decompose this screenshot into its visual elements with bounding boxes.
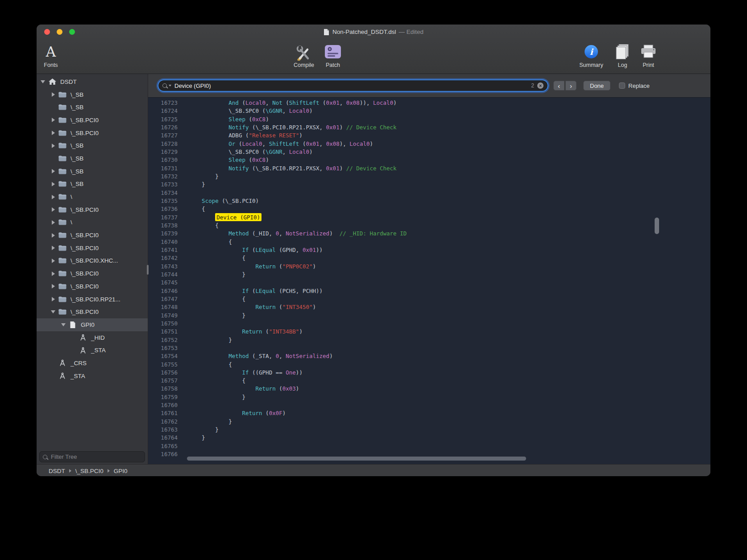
- search-field[interactable]: Device (GPI0) 2 ×: [158, 80, 548, 91]
- fonts-button[interactable]: A Fonts: [37, 42, 65, 68]
- tree-item-label: GPI0: [81, 321, 95, 328]
- close-button[interactable]: [44, 29, 50, 35]
- match-count: 2: [531, 82, 534, 89]
- tree-item[interactable]: \_SB: [37, 165, 148, 178]
- tree-item[interactable]: \_SB.PCI0: [37, 242, 148, 255]
- folder-icon: [58, 130, 67, 136]
- zoom-button[interactable]: [69, 29, 75, 35]
- folder-icon: [58, 219, 67, 226]
- line-number: 16730: [148, 156, 178, 164]
- clear-search-icon[interactable]: ×: [537, 82, 544, 89]
- disclosure-closed-icon[interactable]: [50, 207, 57, 212]
- line-number: 16734: [148, 189, 178, 197]
- tree-item[interactable]: \_SB.PCI0: [37, 229, 148, 242]
- line-number: 16744: [148, 271, 178, 279]
- code-line: 16746 If (LEqual (PCHS, PCHH)): [148, 287, 710, 295]
- tree-item[interactable]: \: [37, 190, 148, 203]
- tree-item[interactable]: \_SB.PCI0.RP21...: [37, 293, 148, 306]
- replace-checkbox[interactable]: [619, 82, 625, 89]
- tree-item[interactable]: \_SB.PCI0: [37, 127, 148, 140]
- tree-item[interactable]: \_SB.PCI0: [37, 305, 148, 318]
- tree-item-label: _STA: [71, 373, 85, 379]
- print-button[interactable]: Print: [633, 42, 664, 68]
- line-number: 16723: [148, 99, 178, 107]
- disclosure-closed-icon[interactable]: [50, 131, 57, 135]
- horizontal-scrollbar-thumb[interactable]: [187, 457, 526, 461]
- disclosure-closed-icon[interactable]: [50, 220, 57, 225]
- tree-item[interactable]: GPI0: [37, 318, 148, 331]
- code-line: 16765: [148, 442, 710, 450]
- filter-tree-input[interactable]: [50, 453, 141, 461]
- tree-item[interactable]: _STA: [37, 370, 148, 383]
- line-number: 16735: [148, 197, 178, 205]
- line-number: 16748: [148, 303, 178, 311]
- summary-button[interactable]: i Summary: [576, 42, 607, 68]
- tree-item[interactable]: \_SB: [37, 88, 148, 101]
- tree-item[interactable]: _HID: [37, 331, 148, 344]
- folder-icon: [58, 232, 67, 239]
- replace-toggle[interactable]: Replace: [619, 82, 650, 89]
- patch-label: Patch: [326, 62, 340, 68]
- tree-item[interactable]: \_SB.PCI0: [37, 114, 148, 127]
- minimize-button[interactable]: [57, 29, 62, 35]
- compile-button[interactable]: Compile: [288, 42, 320, 68]
- tree-item-label: \_SB.PCI0: [71, 206, 99, 213]
- tree-item[interactable]: \_SB: [37, 178, 148, 191]
- patch-button[interactable]: Patch: [317, 42, 349, 68]
- code-line: 16738 {: [148, 222, 710, 230]
- find-next-button[interactable]: ›: [565, 81, 577, 91]
- tree-item[interactable]: \_SB: [37, 139, 148, 152]
- tree-item[interactable]: \_SB.PCI0: [37, 203, 148, 216]
- search-query[interactable]: Device (GPI0): [174, 82, 528, 89]
- tree-item[interactable]: \_SB.PCI0: [37, 267, 148, 280]
- code-line: 16752 }: [148, 336, 710, 344]
- folder-icon: [58, 142, 67, 149]
- breadcrumb-item[interactable]: DSDT: [49, 468, 65, 474]
- tree-item-label: \_SB: [71, 181, 83, 187]
- tree-item[interactable]: _CRS: [37, 357, 148, 370]
- tree-item[interactable]: \_SB.PCI0: [37, 280, 148, 293]
- traffic-lights: [44, 29, 75, 35]
- tree-item[interactable]: DSDT: [37, 75, 148, 88]
- titlebar[interactable]: Non-Patched_DSDT.dsl — Edited: [37, 25, 710, 39]
- disclosure-open-icon[interactable]: [60, 323, 67, 326]
- disclosure-closed-icon[interactable]: [50, 246, 57, 250]
- line-number: 16729: [148, 148, 178, 156]
- disclosure-open-icon[interactable]: [50, 310, 57, 313]
- document-proxy-icon: [324, 29, 329, 36]
- line-number: 16725: [148, 115, 178, 124]
- method-icon: [58, 359, 67, 366]
- tree-item[interactable]: \: [37, 216, 148, 229]
- code-line: 16761 Return (0x0F): [148, 409, 710, 417]
- tree-item[interactable]: \_SB: [37, 152, 148, 165]
- line-number: 16754: [148, 352, 178, 360]
- navigator-tree: DSDT\_SB\_SB\_SB.PCI0\_SB.PCI0\_SB\_SB\_…: [37, 74, 148, 383]
- print-icon: [640, 42, 657, 61]
- tree-item[interactable]: \_SB.PCI0.XHC...: [37, 255, 148, 268]
- disclosure-closed-icon[interactable]: [50, 259, 57, 263]
- disclosure-closed-icon[interactable]: [50, 233, 57, 238]
- disclosure-closed-icon[interactable]: [50, 92, 57, 97]
- disclosure-closed-icon[interactable]: [50, 144, 57, 148]
- code-editor[interactable]: 16723 And (Local0, Not (ShiftLeft (0x01,…: [148, 98, 710, 464]
- split-handle[interactable]: [147, 265, 149, 275]
- replace-label: Replace: [628, 82, 650, 89]
- find-previous-button[interactable]: ‹: [553, 81, 564, 91]
- done-button[interactable]: Done: [583, 81, 610, 91]
- sidebar: DSDT\_SB\_SB\_SB.PCI0\_SB.PCI0\_SB\_SB\_…: [37, 74, 148, 464]
- tree-item[interactable]: \_SB: [37, 101, 148, 114]
- tree-item[interactable]: _STA: [37, 344, 148, 357]
- disclosure-open-icon[interactable]: [39, 80, 46, 83]
- breadcrumb-item[interactable]: GPI0: [114, 468, 128, 474]
- disclosure-closed-icon[interactable]: [50, 182, 57, 186]
- disclosure-closed-icon[interactable]: [50, 272, 57, 276]
- filter-tree-field[interactable]: [39, 451, 145, 462]
- disclosure-closed-icon[interactable]: [50, 297, 57, 301]
- disclosure-closed-icon[interactable]: [50, 284, 57, 288]
- disclosure-closed-icon[interactable]: [50, 195, 57, 199]
- disclosure-closed-icon[interactable]: [50, 118, 57, 122]
- breadcrumb-item[interactable]: \_SB.PCI0: [75, 468, 104, 474]
- disclosure-closed-icon[interactable]: [50, 169, 57, 173]
- code-line: 16740 {: [148, 238, 710, 246]
- vertical-scrollbar-thumb[interactable]: [655, 218, 659, 234]
